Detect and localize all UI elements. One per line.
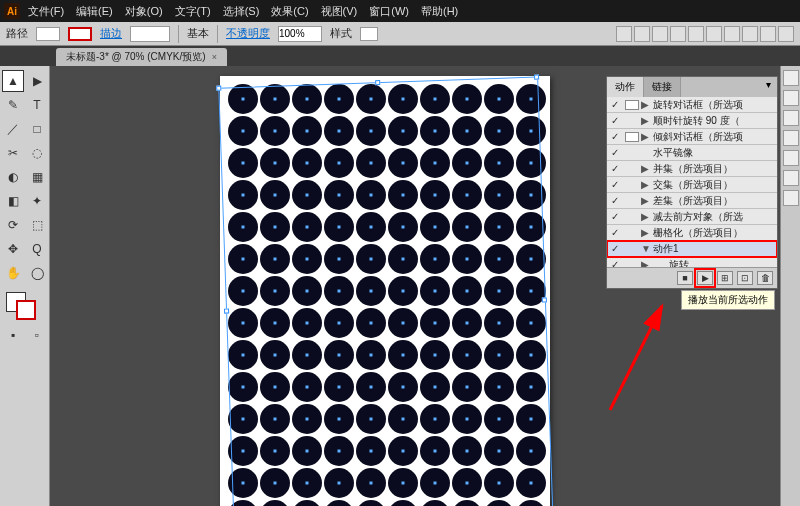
panel-icon[interactable] xyxy=(783,70,799,86)
menu-effect[interactable]: 效果(C) xyxy=(271,4,308,19)
menu-file[interactable]: 文件(F) xyxy=(28,4,64,19)
fill-swatch[interactable] xyxy=(36,27,60,41)
align-icon[interactable] xyxy=(652,26,668,42)
panel-icon[interactable] xyxy=(783,110,799,126)
toggle-check-icon[interactable]: ✓ xyxy=(607,259,623,267)
stroke-color[interactable] xyxy=(16,300,36,320)
align-icon[interactable] xyxy=(634,26,650,42)
line-tool[interactable]: ／ xyxy=(2,118,24,140)
tab-actions[interactable]: 动作 xyxy=(607,77,644,97)
document-tab[interactable]: 未标题-3* @ 70% (CMYK/预览) × xyxy=(56,48,227,66)
style-swatch[interactable] xyxy=(360,27,378,41)
gradient-tool[interactable]: ⬚ xyxy=(26,214,48,236)
stroke-weight-input[interactable] xyxy=(130,26,170,42)
action-row[interactable]: ✓▼动作1 xyxy=(607,241,777,257)
play-button[interactable]: ▶ xyxy=(697,271,713,285)
disclosure-icon[interactable]: ▶ xyxy=(641,99,651,110)
action-row[interactable]: ✓▶栅格化（所选项目） xyxy=(607,225,777,241)
disclosure-icon[interactable]: ▶ xyxy=(641,259,651,267)
disclosure-icon[interactable]: ▶ xyxy=(641,227,651,238)
opacity-input[interactable] xyxy=(278,26,322,42)
align-icon[interactable] xyxy=(616,26,632,42)
align-icon[interactable] xyxy=(706,26,722,42)
screen-mode-icon[interactable]: ▫ xyxy=(26,324,48,346)
action-row[interactable]: ✓▶顺时针旋转 90 度（ xyxy=(607,113,777,129)
delete-button[interactable]: 🗑 xyxy=(757,271,773,285)
rectangle-tool[interactable]: □ xyxy=(26,118,48,140)
rotate-tool[interactable]: ◐ xyxy=(2,166,24,188)
disclosure-icon[interactable]: ▶ xyxy=(641,179,651,190)
action-row[interactable]: ✓▶减去前方对象（所选 xyxy=(607,209,777,225)
ellipse-tool[interactable]: ◌ xyxy=(26,142,48,164)
menu-view[interactable]: 视图(V) xyxy=(321,4,358,19)
action-row[interactable]: ✓▶交集（所选项目） xyxy=(607,177,777,193)
menu-window[interactable]: 窗口(W) xyxy=(369,4,409,19)
close-icon[interactable]: × xyxy=(212,52,217,62)
zoom-tool[interactable]: ◯ xyxy=(26,262,48,284)
brush-basic[interactable]: 基本 xyxy=(187,26,209,41)
action-row[interactable]: ✓▶旋转对话框（所选项 xyxy=(607,97,777,113)
fill-stroke-swatches[interactable] xyxy=(2,290,48,322)
panel-menu-icon[interactable]: ▾ xyxy=(760,77,777,97)
actions-list[interactable]: ✓▶旋转对话框（所选项✓▶顺时针旋转 90 度（✓▶倾斜对话框（所选项✓水平镜像… xyxy=(607,97,777,267)
selection-handle[interactable] xyxy=(534,75,539,80)
menu-help[interactable]: 帮助(H) xyxy=(421,4,458,19)
dialog-toggle-icon[interactable] xyxy=(625,100,639,110)
selection-handle[interactable] xyxy=(216,86,221,91)
toggle-check-icon[interactable]: ✓ xyxy=(607,163,623,174)
transform-icon[interactable] xyxy=(760,26,776,42)
toggle-check-icon[interactable]: ✓ xyxy=(607,195,623,206)
align-icon[interactable] xyxy=(670,26,686,42)
toggle-check-icon[interactable]: ✓ xyxy=(607,147,623,158)
disclosure-icon[interactable]: ▼ xyxy=(641,243,651,254)
menu-object[interactable]: 对象(O) xyxy=(125,4,163,19)
disclosure-icon[interactable]: ▶ xyxy=(641,163,651,174)
panel-icon[interactable] xyxy=(783,170,799,186)
disclosure-icon[interactable]: ▶ xyxy=(641,115,651,126)
selection-handle[interactable] xyxy=(542,297,547,302)
stroke-swatch[interactable] xyxy=(68,27,92,41)
menu-type[interactable]: 文字(T) xyxy=(175,4,211,19)
menu-select[interactable]: 选择(S) xyxy=(223,4,260,19)
color-mode-icon[interactable]: ▪ xyxy=(2,324,24,346)
pen-tool[interactable]: ✎ xyxy=(2,94,24,116)
mesh-tool[interactable]: ⟳ xyxy=(2,214,24,236)
disclosure-icon[interactable]: ▶ xyxy=(641,131,651,142)
action-row[interactable]: ✓▶差集（所选项目） xyxy=(607,193,777,209)
align-icon[interactable] xyxy=(742,26,758,42)
scissors-tool[interactable]: ✂ xyxy=(2,142,24,164)
direct-selection-tool[interactable]: ▶ xyxy=(26,70,48,92)
action-row[interactable]: ✓▶旋转 xyxy=(607,257,777,267)
tab-links[interactable]: 链接 xyxy=(644,77,681,97)
toggle-check-icon[interactable]: ✓ xyxy=(607,243,623,254)
dialog-toggle-icon[interactable] xyxy=(625,132,639,142)
hand-tool[interactable]: ✋ xyxy=(2,262,24,284)
action-row[interactable]: ✓▶倾斜对话框（所选项 xyxy=(607,129,777,145)
selection-tool[interactable]: ▲ xyxy=(2,70,24,92)
panel-icon[interactable] xyxy=(783,90,799,106)
toggle-check-icon[interactable]: ✓ xyxy=(607,179,623,190)
action-row[interactable]: ✓▶并集（所选项目） xyxy=(607,161,777,177)
action-row[interactable]: ✓水平镜像 xyxy=(607,145,777,161)
align-icon[interactable] xyxy=(688,26,704,42)
disclosure-icon[interactable]: ▶ xyxy=(641,195,651,206)
toggle-check-icon[interactable]: ✓ xyxy=(607,115,623,126)
toggle-check-icon[interactable]: ✓ xyxy=(607,227,623,238)
panel-icon[interactable] xyxy=(783,150,799,166)
scale-tool[interactable]: ▦ xyxy=(26,166,48,188)
selection-handle[interactable] xyxy=(224,308,229,313)
menu-edit[interactable]: 编辑(E) xyxy=(76,4,113,19)
opacity-link[interactable]: 不透明度 xyxy=(226,26,270,41)
new-action-button[interactable]: ⊡ xyxy=(737,271,753,285)
width-tool[interactable]: ◧ xyxy=(2,190,24,212)
transform-icon[interactable] xyxy=(778,26,794,42)
toggle-check-icon[interactable]: ✓ xyxy=(607,211,623,222)
eyedropper-tool[interactable]: ✥ xyxy=(2,238,24,260)
toggle-check-icon[interactable]: ✓ xyxy=(607,131,623,142)
symbol-tool[interactable]: Q xyxy=(26,238,48,260)
stop-button[interactable]: ■ xyxy=(677,271,693,285)
panel-icon[interactable] xyxy=(783,130,799,146)
toggle-check-icon[interactable]: ✓ xyxy=(607,99,623,110)
type-tool[interactable]: T xyxy=(26,94,48,116)
new-set-button[interactable]: ⊞ xyxy=(717,271,733,285)
